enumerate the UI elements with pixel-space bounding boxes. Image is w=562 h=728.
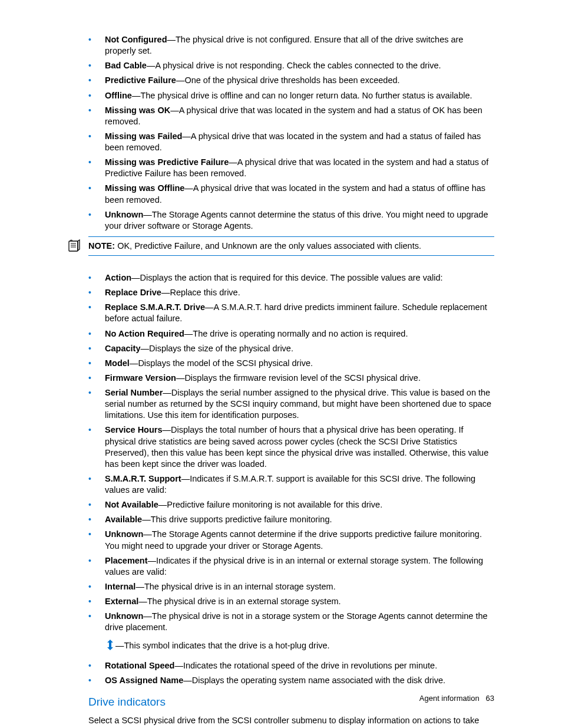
term: Not Configured bbox=[105, 35, 167, 44]
definition-text: —The physical drive is in an external st… bbox=[138, 597, 340, 606]
term: Missing was Predictive Failure bbox=[105, 157, 229, 167]
term: Unknown bbox=[105, 529, 143, 539]
list-item: Rotational Speed—Indicates the rotationa… bbox=[88, 660, 494, 671]
list-item: OS Assigned Name—Displays the operating … bbox=[88, 675, 494, 686]
definition-text: —Indicates the rotational speed of the d… bbox=[174, 661, 437, 670]
list-item: Not Configured—The physical drive is not… bbox=[88, 34, 494, 57]
bottom-list: Rotational Speed—Indicates the rotationa… bbox=[88, 660, 494, 686]
definition-text: —The Storage Agents cannot determine the… bbox=[105, 210, 488, 230]
list-item: Unknown—The Storage Agents cannot determ… bbox=[88, 209, 494, 232]
term: Missing was OK bbox=[105, 106, 170, 115]
paragraph-1: Select a SCSI physical drive from the SC… bbox=[88, 715, 494, 728]
list-item: Available—This drive supports predictive… bbox=[88, 514, 494, 525]
term: External bbox=[105, 597, 138, 606]
term: Rotational Speed bbox=[105, 661, 174, 670]
list-item: Bad Cable—A physical drive is not respon… bbox=[88, 60, 494, 71]
list-item: Capacity—Displays the size of the physic… bbox=[88, 343, 494, 354]
term: Placement bbox=[105, 556, 148, 565]
list-item: Predictive Failure—One of the physical d… bbox=[88, 75, 494, 86]
main-list: Action—Displays the action that is requi… bbox=[88, 272, 494, 633]
term: Replace Drive bbox=[105, 288, 161, 297]
list-item: Unknown—The physical drive is not in a s… bbox=[88, 611, 494, 633]
list-item: Service Hours—Displays the total number … bbox=[88, 424, 494, 470]
definition-text: —Displays the action that is required fo… bbox=[131, 273, 442, 282]
list-item: Missing was OK—A physical drive that was… bbox=[88, 105, 494, 127]
svg-rect-0 bbox=[69, 241, 78, 251]
list-item: Replace Drive—Replace this drive. bbox=[88, 287, 494, 298]
definition-text: —Replace this drive. bbox=[161, 288, 240, 297]
list-item: Internal—The physical drive is in an int… bbox=[88, 581, 494, 592]
list-item: No Action Required—The drive is operatin… bbox=[88, 328, 494, 340]
page-footer: Agent information 63 bbox=[419, 693, 494, 703]
list-item: S.M.A.R.T. Support—Indicates if S.M.A.R.… bbox=[88, 473, 494, 496]
term: OS Assigned Name bbox=[105, 676, 183, 685]
term: Predictive Failure bbox=[105, 75, 176, 85]
note-box: NOTE: OK, Predictive Failure, and Unknow… bbox=[88, 236, 494, 256]
term: Replace S.M.A.R.T. Drive bbox=[105, 302, 205, 312]
list-item: Missing was Failed—A physical drive that… bbox=[88, 131, 494, 153]
page: Not Configured—The physical drive is not… bbox=[0, 0, 562, 728]
note-label: NOTE: bbox=[88, 241, 115, 251]
list-item: Firmware Version—Displays the firmware r… bbox=[88, 373, 494, 384]
status-list: Not Configured—The physical drive is not… bbox=[88, 34, 494, 232]
list-item: Model—Displays the model of the SCSI phy… bbox=[88, 358, 494, 369]
definition-text: —A physical drive is not responding. Che… bbox=[147, 61, 441, 70]
definition-text: —The physical drive is in an internal st… bbox=[135, 582, 335, 591]
definition-text: —Indicates if the physical drive is in a… bbox=[105, 556, 483, 577]
term: No Action Required bbox=[105, 329, 184, 338]
definition-text: —This drive supports predictive failure … bbox=[142, 515, 332, 524]
definition-text: —The Storage Agents cannot determine if … bbox=[105, 529, 482, 550]
definition-text: —Displays the serial number assigned to … bbox=[105, 388, 491, 420]
term: Not Available bbox=[105, 500, 158, 509]
term: Bad Cable bbox=[105, 61, 147, 70]
note-icon bbox=[68, 239, 81, 255]
hotplug-arrow-icon bbox=[106, 639, 114, 654]
list-item: External—The physical drive is in an ext… bbox=[88, 596, 494, 607]
footer-page-number: 63 bbox=[486, 694, 494, 703]
definition-text: —Displays the firmware revision level of… bbox=[176, 373, 421, 383]
list-item: Missing was Offline—A physical drive tha… bbox=[88, 183, 494, 205]
term: Model bbox=[105, 358, 130, 368]
term: Missing was Failed bbox=[105, 131, 182, 141]
term: Capacity bbox=[105, 344, 140, 353]
definition-text: —The drive is operating normally and no … bbox=[184, 329, 408, 338]
definition-text: —The physical drive is offline and can n… bbox=[132, 91, 472, 100]
definition-text: —Displays the total number of hours that… bbox=[105, 425, 488, 468]
term: Available bbox=[105, 515, 142, 524]
list-item: Placement—Indicates if the physical driv… bbox=[88, 555, 494, 578]
hotplug-row: —This symbol indicates that the drive is… bbox=[106, 639, 494, 654]
definition-text: —The physical drive is not in a storage … bbox=[105, 611, 488, 632]
term: Unknown bbox=[105, 210, 143, 219]
hotplug-text: —This symbol indicates that the drive is… bbox=[115, 641, 329, 651]
list-item: Replace S.M.A.R.T. Drive—A S.M.A.R.T. ha… bbox=[88, 302, 494, 324]
term: Firmware Version bbox=[105, 373, 176, 383]
list-item: Not Available—Predictive failure monitor… bbox=[88, 499, 494, 510]
term: Unknown bbox=[105, 611, 143, 621]
term: S.M.A.R.T. Support bbox=[105, 474, 181, 483]
definition-text: —Predictive failure monitoring is not av… bbox=[158, 500, 382, 509]
term: Offline bbox=[105, 91, 132, 100]
definition-text: —Displays the operating system name asso… bbox=[183, 676, 445, 685]
definition-text: —Displays the size of the physical drive… bbox=[140, 344, 293, 353]
list-item: Action—Displays the action that is requi… bbox=[88, 272, 494, 284]
term: Internal bbox=[105, 582, 135, 591]
footer-label: Agent information bbox=[419, 694, 480, 703]
term: Missing was Offline bbox=[105, 183, 184, 193]
note-text: OK, Predictive Failure, and Unknown are … bbox=[115, 241, 421, 251]
list-item: Serial Number—Displays the serial number… bbox=[88, 387, 494, 421]
list-item: Offline—The physical drive is offline an… bbox=[88, 90, 494, 101]
term: Service Hours bbox=[105, 425, 163, 434]
term: Serial Number bbox=[105, 388, 163, 397]
definition-text: —Displays the model of the SCSI physical… bbox=[130, 358, 313, 368]
list-item: Missing was Predictive Failure—A physica… bbox=[88, 157, 494, 179]
list-item: Unknown—The Storage Agents cannot determ… bbox=[88, 529, 494, 551]
term: Action bbox=[105, 273, 131, 282]
definition-text: —One of the physical drive thresholds ha… bbox=[176, 75, 400, 85]
